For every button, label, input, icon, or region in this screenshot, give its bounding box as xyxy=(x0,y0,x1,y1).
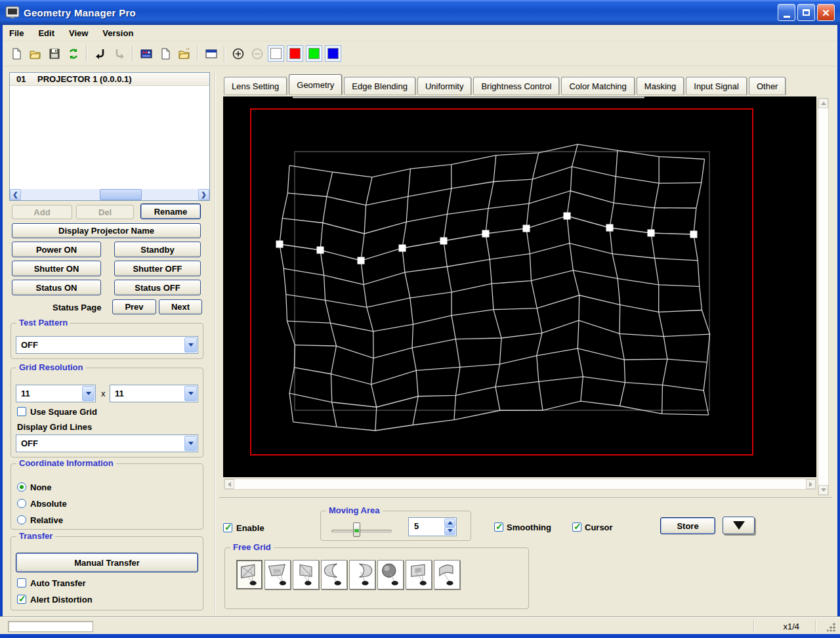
grid-handle[interactable] xyxy=(648,230,655,237)
tab-edge-blending[interactable]: Edge Blending xyxy=(344,77,415,95)
grid-rows-select[interactable]: 11 xyxy=(110,385,198,402)
grid-handle[interactable] xyxy=(482,230,490,238)
tab-lens-setting[interactable]: Lens Setting xyxy=(224,77,287,95)
use-square-grid-checkbox[interactable] xyxy=(17,407,26,416)
store-button[interactable]: Store xyxy=(660,517,715,534)
tab-color-matching[interactable]: Color Matching xyxy=(561,77,634,95)
manual-transfer-button[interactable]: Manual Transfer xyxy=(16,553,198,572)
scroll-right-icon[interactable]: ❯ xyxy=(198,189,209,200)
redo-button[interactable] xyxy=(110,45,128,62)
rename-button[interactable]: Rename xyxy=(140,203,201,219)
grid-handle[interactable] xyxy=(276,241,284,248)
chevron-down-icon[interactable] xyxy=(184,386,197,401)
smoothing-checkbox[interactable] xyxy=(494,522,503,532)
scrollbar-thumb[interactable] xyxy=(100,189,142,200)
pattern-green-button[interactable] xyxy=(306,45,322,62)
grid-handle[interactable] xyxy=(399,245,406,252)
geometry-mesh-svg[interactable] xyxy=(223,96,816,477)
zoom-out-button[interactable] xyxy=(248,45,266,62)
shutter-on-button[interactable]: Shutter ON xyxy=(12,261,101,276)
grid-handle[interactable] xyxy=(606,224,614,232)
display-grid-lines-select[interactable]: OFF xyxy=(16,435,198,452)
open-file-button[interactable] xyxy=(26,45,44,62)
chevron-down-icon[interactable] xyxy=(184,436,197,451)
close-button[interactable]: ✕ xyxy=(817,4,835,21)
spin-down-icon[interactable] xyxy=(444,527,455,536)
chevron-down-icon[interactable] xyxy=(184,337,197,352)
status-on-button[interactable]: Status ON xyxy=(12,280,101,295)
grid-handle[interactable] xyxy=(317,247,324,254)
menu-file[interactable]: File xyxy=(9,28,24,38)
projector-list-hscrollbar[interactable]: ❮ ❯ xyxy=(10,189,209,200)
scroll-down-icon[interactable] xyxy=(818,485,828,495)
moving-area-slider[interactable] xyxy=(331,530,392,532)
del-button[interactable]: Del xyxy=(76,205,134,219)
grid-handle[interactable] xyxy=(564,213,571,220)
canvas-vscrollbar[interactable] xyxy=(818,98,829,496)
free-grid-sphere-button[interactable] xyxy=(377,560,404,589)
spin-up-icon[interactable] xyxy=(444,519,455,527)
auto-transfer-checkbox[interactable] xyxy=(17,578,26,587)
maximize-button[interactable] xyxy=(797,4,815,21)
grid-handle[interactable] xyxy=(523,225,530,232)
slider-thumb[interactable] xyxy=(353,522,360,537)
display-projector-name-button[interactable]: Display Projector Name xyxy=(12,223,201,238)
coordinate-none-radio[interactable] xyxy=(17,482,26,492)
menu-view[interactable]: View xyxy=(69,28,88,38)
open-window-button[interactable] xyxy=(175,45,193,62)
geometry-canvas[interactable] xyxy=(223,96,816,477)
pattern-red-button[interactable] xyxy=(287,45,303,62)
prev-button[interactable]: Prev xyxy=(112,299,156,314)
refresh-button[interactable] xyxy=(64,45,82,62)
alert-distortion-checkbox[interactable] xyxy=(17,595,26,604)
display-window-button[interactable] xyxy=(202,45,220,62)
tab-brightness-control[interactable]: Brightness Control xyxy=(473,77,559,95)
coordinate-absolute-radio[interactable] xyxy=(17,499,26,508)
grid-handle[interactable] xyxy=(440,238,448,245)
free-grid-angled-screen-button[interactable] xyxy=(293,560,319,589)
menu-edit[interactable]: Edit xyxy=(38,28,54,38)
new-file-button[interactable] xyxy=(7,45,25,62)
free-grid-tilted-screen-button[interactable] xyxy=(264,560,291,589)
shutter-off-button[interactable]: Shutter OFF xyxy=(114,261,201,276)
next-button[interactable]: Next xyxy=(159,299,202,314)
canvas-hscrollbar[interactable] xyxy=(224,478,816,490)
scroll-right-icon[interactable] xyxy=(806,479,816,489)
free-grid-flat-screen-button[interactable] xyxy=(236,560,262,589)
cursor-checkbox[interactable] xyxy=(572,522,581,532)
store-dropdown-button[interactable] xyxy=(723,517,755,534)
zoom-in-button[interactable] xyxy=(229,45,247,62)
test-pattern-select[interactable]: OFF xyxy=(16,336,198,354)
status-panel-button[interactable] xyxy=(137,45,155,62)
save-button[interactable] xyxy=(45,45,63,62)
moving-area-spinner[interactable]: 5 xyxy=(408,517,457,536)
standby-button[interactable]: Standby xyxy=(114,242,201,257)
resize-grip[interactable] xyxy=(827,622,836,631)
grid-handle[interactable] xyxy=(358,257,365,265)
status-off-button[interactable]: Status OFF xyxy=(114,280,201,295)
add-button[interactable]: Add xyxy=(12,205,72,219)
minimize-button[interactable] xyxy=(778,4,795,21)
chevron-down-icon[interactable] xyxy=(82,386,94,401)
grid-columns-select[interactable]: 11 xyxy=(16,385,96,402)
tab-geometry[interactable]: Geometry xyxy=(289,74,342,95)
grid-handle[interactable] xyxy=(690,231,698,238)
scroll-left-icon[interactable]: ❮ xyxy=(10,189,21,200)
enable-checkbox[interactable] xyxy=(223,523,232,532)
menu-version[interactable]: Version xyxy=(102,28,133,38)
coordinate-relative-radio[interactable] xyxy=(17,515,26,524)
free-grid-curved-screen-button[interactable] xyxy=(434,560,460,589)
scroll-up-icon[interactable] xyxy=(818,98,828,108)
new-window-button[interactable] xyxy=(156,45,174,62)
free-grid-convex-cylinder-button[interactable] xyxy=(349,560,375,589)
tab-masking[interactable]: Masking xyxy=(637,77,684,95)
undo-button[interactable] xyxy=(91,45,109,62)
tab-other[interactable]: Other xyxy=(749,77,786,95)
tab-uniformity[interactable]: Uniformity xyxy=(417,77,472,95)
projector-list-item[interactable]: 01 PROJECTOR 1 (0.0.0.1) xyxy=(10,73,209,86)
tab-input-signal[interactable]: Input Signal xyxy=(686,77,747,95)
pattern-blue-button[interactable] xyxy=(325,45,341,62)
free-grid-concave-cylinder-button[interactable] xyxy=(321,560,347,589)
free-grid-inclined-screen-button[interactable] xyxy=(406,560,432,589)
pattern-white-button[interactable] xyxy=(268,45,284,62)
